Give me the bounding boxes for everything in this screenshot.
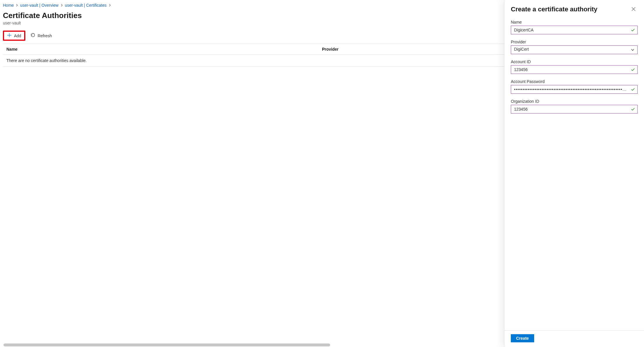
add-button[interactable]: Add (3, 31, 25, 41)
horizontal-scrollbar[interactable] (3, 344, 498, 346)
label-name: Name (511, 20, 638, 24)
add-button-label: Add (14, 33, 21, 38)
refresh-button-label: Refresh (38, 33, 52, 38)
panel-footer: Create (504, 330, 644, 347)
crumb-vault-certificates[interactable]: user-vault | Certificates (65, 3, 107, 8)
close-icon (631, 7, 636, 12)
provider-select[interactable]: DigiCert (511, 45, 638, 54)
refresh-button[interactable]: Refresh (28, 31, 55, 40)
organization-id-field[interactable] (511, 105, 638, 114)
account-id-field[interactable] (511, 65, 638, 74)
close-button[interactable] (629, 5, 638, 13)
plus-icon (7, 33, 12, 38)
label-provider: Provider (511, 40, 638, 44)
panel-title: Create a certificate authority (511, 6, 597, 13)
panel-body: Name Provider DigiCert Account ID Accoun… (504, 15, 644, 330)
chevron-right-icon (108, 3, 111, 8)
panel-header: Create a certificate authority (504, 0, 644, 15)
create-ca-panel: Create a certificate authority Name Prov… (504, 0, 644, 347)
refresh-icon (31, 33, 35, 38)
label-account-password: Account Password (511, 79, 638, 84)
column-header-name[interactable]: Name (6, 47, 322, 52)
crumb-home[interactable]: Home (3, 3, 14, 8)
scrollbar-thumb[interactable] (3, 344, 330, 346)
label-organization-id: Organization ID (511, 99, 638, 104)
chevron-right-icon (60, 3, 63, 8)
label-account-id: Account ID (511, 59, 638, 64)
create-button[interactable]: Create (511, 334, 534, 342)
crumb-vault-overview[interactable]: user-vault | Overview (20, 3, 58, 8)
name-field[interactable] (511, 26, 638, 34)
account-password-field[interactable] (511, 85, 638, 94)
chevron-right-icon (15, 3, 18, 8)
